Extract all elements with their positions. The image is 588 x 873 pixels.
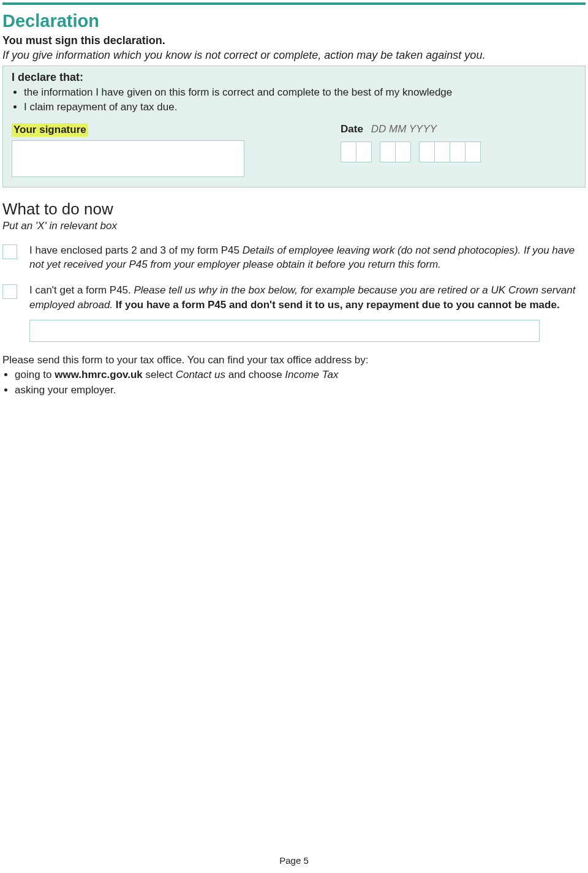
date-month-1[interactable] (380, 142, 396, 162)
declaration-heading: Declaration (2, 11, 586, 31)
date-year-2[interactable] (434, 142, 450, 162)
option-1-lead: I have enclosed parts 2 and 3 of my form… (29, 244, 243, 256)
option-2-checkbox[interactable] (2, 284, 17, 299)
send-intro: Please send this form to your tax office… (2, 354, 369, 366)
date-month-2[interactable] (395, 142, 411, 162)
declaration-bullet-1: the information I have given on this for… (24, 85, 576, 100)
declaration-bullet-2: I claim repayment of any tax due. (24, 100, 576, 115)
option-2-row: I can't get a form P45. Please tell us w… (2, 283, 586, 312)
signature-label: Your signature (12, 123, 88, 137)
date-label: Date (341, 123, 363, 135)
date-hint: DD MM YYYY (371, 123, 437, 135)
option-2-bold: If you have a form P45 and don't send it… (116, 299, 560, 311)
option-2-text: I can't get a form P45. Please tell us w… (29, 283, 586, 312)
option-1-text: I have enclosed parts 2 and 3 of my form… (29, 243, 586, 273)
declaration-bullets: the information I have given on this for… (12, 85, 576, 115)
reason-input[interactable] (29, 320, 540, 342)
send-instructions: Please send this form to your tax office… (2, 353, 586, 398)
top-rule (2, 2, 586, 5)
send-bullet-1: going to www.hmrc.gov.uk select Contact … (15, 368, 586, 383)
signature-input[interactable] (12, 140, 244, 177)
date-year-4[interactable] (465, 142, 481, 162)
date-year-3[interactable] (450, 142, 466, 162)
date-day-2[interactable] (356, 142, 372, 162)
declare-head: I declare that: (12, 71, 576, 84)
date-boxes (341, 142, 576, 162)
date-day-1[interactable] (341, 142, 356, 162)
option-1-checkbox[interactable] (2, 244, 17, 259)
must-sign-text: You must sign this declaration. (2, 34, 586, 47)
send-bullet-2: asking your employer. (15, 383, 586, 398)
warning-text: If you give information which you know i… (2, 49, 586, 62)
option-2-lead: I can't get a form P45. (29, 284, 134, 296)
date-year-1[interactable] (419, 142, 435, 162)
hmrc-url: www.hmrc.gov.uk (55, 369, 143, 380)
declaration-box: I declare that: the information I have g… (2, 66, 586, 187)
page-number: Page 5 (0, 855, 588, 866)
option-1-row: I have enclosed parts 2 and 3 of my form… (2, 243, 586, 273)
what-to-do-heading: What to do now (2, 200, 586, 219)
what-to-do-subtitle: Put an 'X' in relevant box (2, 220, 586, 232)
